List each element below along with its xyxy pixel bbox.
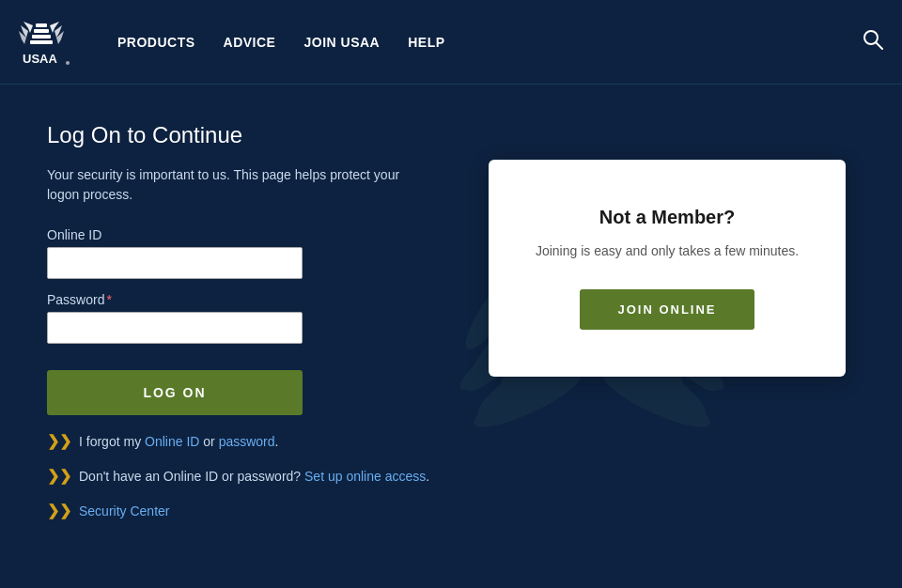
setup-online-access-link[interactable]: Set up online access	[304, 469, 426, 484]
svg-line-8	[877, 43, 883, 50]
password-label: Password*	[47, 292, 423, 307]
search-icon[interactable]	[863, 29, 883, 54]
logon-button[interactable]: LOG ON	[47, 370, 303, 415]
chevron-icon-1: ❯❯	[47, 432, 71, 450]
svg-rect-1	[36, 23, 47, 27]
nav-item-advice[interactable]: ADVICE	[224, 30, 276, 54]
security-description: Your security is important to us. This p…	[47, 165, 423, 205]
forgot-link-item: ❯❯ I forgot my Online ID or password.	[47, 432, 429, 450]
svg-text:USAA: USAA	[23, 52, 57, 66]
password-link[interactable]: password	[219, 434, 275, 449]
main-content: Log On to Continue Your security is impo…	[0, 85, 902, 588]
nav-item-products[interactable]: PRODUCTS	[117, 30, 195, 54]
chevron-icon-3: ❯❯	[47, 502, 71, 519]
join-online-button[interactable]: JOIN ONLINE	[580, 289, 754, 330]
header: USAA PRODUCTS ADVICE JOIN USAA HELP	[0, 0, 902, 85]
svg-rect-2	[34, 29, 49, 33]
online-id-label: Online ID	[47, 227, 423, 242]
login-section: Log On to Continue Your security is impo…	[47, 122, 423, 415]
nav-item-join-usaa[interactable]: JOIN USAA	[303, 30, 380, 54]
security-center-link-text: Security Center	[79, 503, 169, 518]
svg-rect-3	[32, 35, 51, 39]
chevron-icon-2: ❯❯	[47, 467, 71, 485]
nav-item-help[interactable]: HELP	[408, 30, 444, 54]
svg-rect-4	[30, 40, 53, 44]
usaa-logo: USAA	[19, 14, 80, 70]
forgot-link-text: I forgot my Online ID or password.	[79, 434, 278, 449]
svg-point-6	[66, 61, 70, 65]
logo-area: USAA	[19, 14, 80, 70]
password-group: Password*	[47, 292, 423, 344]
setup-link-text: Don't have an Online ID or password? Set…	[79, 469, 429, 484]
member-card: Not a Member? Joining is easy and only t…	[489, 160, 846, 377]
page-title: Log On to Continue	[47, 122, 423, 148]
online-id-input[interactable]	[47, 247, 303, 279]
security-center-link[interactable]: Security Center	[79, 503, 169, 518]
member-card-description: Joining is easy and only takes a few min…	[517, 241, 817, 261]
password-input[interactable]	[47, 312, 303, 344]
online-id-link[interactable]: Online ID	[145, 434, 199, 449]
setup-link-item: ❯❯ Don't have an Online ID or password? …	[47, 467, 429, 485]
member-card-title: Not a Member?	[517, 207, 817, 228]
nav-menu: PRODUCTS ADVICE JOIN USAA HELP	[117, 30, 863, 54]
online-id-group: Online ID	[47, 227, 423, 279]
security-center-link-item: ❯❯ Security Center	[47, 502, 429, 519]
links-section: ❯❯ I forgot my Online ID or password. ❯❯…	[47, 432, 429, 536]
